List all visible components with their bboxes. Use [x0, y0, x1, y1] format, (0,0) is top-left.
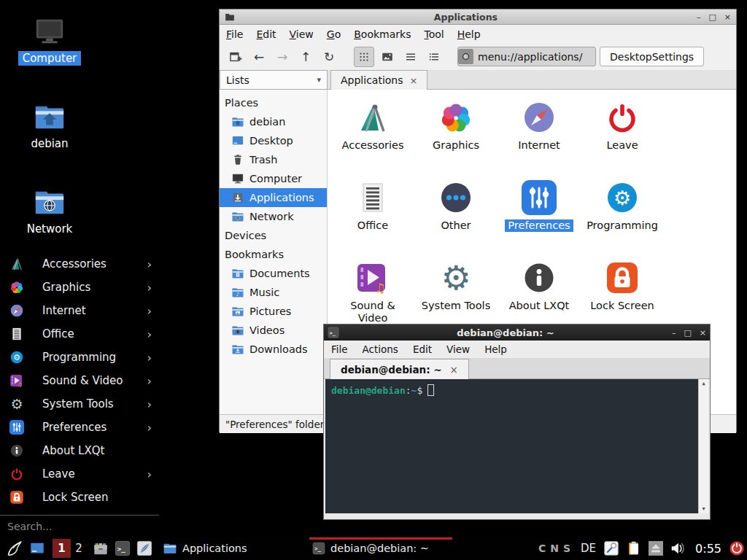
power-icon — [605, 100, 640, 135]
office-icon — [9, 327, 24, 341]
start-menu-item-preferences[interactable]: Preferences › — [0, 416, 159, 439]
menu-help[interactable]: Help — [477, 342, 514, 357]
menu-edit[interactable]: Edit — [406, 342, 439, 357]
text-editor-launcher[interactable] — [136, 540, 152, 556]
clock[interactable]: 0:55 — [695, 542, 721, 556]
show-desktop-button[interactable] — [29, 540, 45, 556]
task-terminal[interactable]: debian@debian: ~ — [309, 537, 455, 560]
category-leave[interactable]: Leave — [581, 100, 664, 180]
maximize-button[interactable]: □ — [684, 329, 691, 337]
sidebar-item-trash[interactable]: Trash — [220, 150, 327, 169]
menu-view[interactable]: View — [439, 342, 477, 357]
terminal-titlebar[interactable]: debian@debian: ~ – □ × — [324, 324, 710, 341]
file-manager-launcher[interactable] — [93, 540, 109, 556]
sidebar-item-applications[interactable]: Applications — [220, 188, 327, 207]
system-tools-icon — [9, 397, 24, 411]
close-button[interactable]: × — [700, 329, 706, 337]
category-other[interactable]: Other — [414, 180, 498, 260]
sidebar-item-debian[interactable]: debian — [220, 112, 327, 131]
tab-close-icon[interactable]: × — [450, 364, 458, 376]
category-graphics[interactable]: Graphics — [414, 100, 498, 180]
sidebar-item-pictures[interactable]: Pictures — [220, 302, 327, 321]
main-menu-button[interactable] — [6, 540, 23, 557]
minimize-button[interactable]: – — [697, 13, 701, 21]
compact-view-button[interactable] — [400, 47, 421, 67]
sidebar-item-network[interactable]: Network — [220, 207, 327, 226]
graphics-icon — [9, 280, 24, 295]
desktop-icon-network[interactable]: Network — [15, 185, 85, 236]
scroll-up-icon[interactable]: ▲ — [702, 381, 705, 386]
reload-button[interactable]: ↻ — [319, 47, 339, 67]
start-menu-item-leave[interactable]: Leave › — [0, 462, 159, 486]
clipboard-icon[interactable] — [626, 540, 642, 556]
menu-view[interactable]: View — [283, 27, 320, 42]
tab-applications[interactable]: Applications × — [330, 70, 427, 90]
sidebar-item-documents[interactable]: Documents — [220, 264, 327, 283]
capslock-indicator: C — [538, 542, 546, 554]
category-programming[interactable]: Programming — [581, 180, 664, 260]
desktop-settings-button[interactable]: DesktopSettings — [600, 47, 704, 66]
forward-button[interactable]: → — [272, 47, 293, 67]
desktop-icon-debian[interactable]: debian — [15, 100, 85, 151]
menu-edit[interactable]: Edit — [249, 27, 282, 42]
menu-help[interactable]: Help — [451, 27, 487, 42]
keyboard-layout-indicator[interactable]: DE — [581, 542, 596, 555]
tab-close-icon[interactable]: × — [410, 75, 418, 86]
menu-tool[interactable]: Tool — [417, 27, 450, 42]
terminal-launcher[interactable] — [115, 540, 131, 556]
screenshot-tool-icon[interactable] — [603, 540, 619, 556]
terminal-tab[interactable]: debian@debian: ~ × — [330, 359, 469, 379]
start-menu-item-about-lxqt[interactable]: About LXQt — [0, 439, 159, 462]
file-manager-titlebar[interactable]: Applications – □ × — [220, 9, 736, 25]
workspace-2-button[interactable]: 2 — [71, 542, 87, 555]
menu-bookmarks[interactable]: Bookmarks — [347, 27, 417, 42]
up-button[interactable]: ↑ — [295, 47, 316, 67]
terminal-scrollbar[interactable]: ▲▼ — [698, 379, 708, 513]
maximize-button[interactable]: □ — [708, 13, 716, 21]
power-button[interactable] — [729, 540, 745, 556]
sidebar-item-music[interactable]: Music — [220, 283, 327, 302]
start-menu-item-accessories[interactable]: Accessories › — [0, 252, 159, 276]
detailed-view-button[interactable] — [424, 47, 444, 67]
sidebar-item-downloads[interactable]: Downloads — [220, 340, 327, 359]
category-accessories[interactable]: Accessories — [331, 100, 414, 180]
file-manager-menubar: File Edit View Go Bookmarks Tool Help — [220, 25, 736, 43]
category-office[interactable]: Office — [331, 180, 414, 260]
category-internet[interactable]: Internet — [498, 100, 581, 180]
new-tab-button[interactable] — [225, 47, 246, 67]
menu-file[interactable]: File — [220, 27, 249, 42]
minimize-button[interactable]: – — [672, 329, 676, 337]
menu-item-label: Sound & Video — [42, 374, 147, 387]
back-button[interactable]: ← — [249, 47, 269, 67]
close-button[interactable]: × — [724, 13, 731, 21]
volume-icon[interactable] — [670, 540, 686, 556]
thumbnail-view-button[interactable] — [377, 47, 398, 67]
sidebar-mode-combobox[interactable]: Lists ▾ — [220, 70, 328, 90]
start-menu-search-input[interactable]: Search... — [0, 515, 159, 537]
desktop-icon-computer[interactable]: Computer — [15, 15, 85, 66]
start-menu-item-system-tools[interactable]: System Tools › — [0, 392, 159, 416]
scroll-down-icon[interactable]: ▼ — [702, 506, 705, 512]
terminal-screen[interactable]: debian@debian:~$ ▲▼ — [325, 379, 708, 513]
address-bar[interactable]: menu://applications/ — [457, 47, 596, 66]
menu-file[interactable]: File — [324, 342, 355, 357]
category-preferences[interactable]: Preferences — [498, 180, 581, 260]
pictures-folder-icon — [231, 305, 244, 318]
icon-view-button[interactable] — [354, 47, 374, 67]
start-menu-item-lock-screen[interactable]: Lock Screen — [0, 486, 159, 509]
sidebar-item-videos[interactable]: Videos — [220, 321, 327, 340]
start-menu-item-internet[interactable]: Internet › — [0, 299, 159, 322]
start-menu-item-programming[interactable]: Programming › — [0, 346, 159, 369]
menu-go[interactable]: Go — [320, 27, 347, 42]
start-menu-item-office[interactable]: Office › — [0, 322, 159, 346]
info-icon — [522, 260, 557, 295]
eject-icon[interactable] — [649, 541, 663, 556]
sidebar-item-computer[interactable]: Computer — [220, 169, 327, 188]
menu-actions[interactable]: Actions — [355, 342, 406, 357]
start-menu-item-sound-video[interactable]: Sound & Video › — [0, 369, 159, 392]
workspace-1-button[interactable]: 1 — [53, 539, 71, 558]
sidebar-item-desktop[interactable]: Desktop — [220, 131, 327, 150]
address-text: menu://applications/ — [473, 51, 582, 63]
task-applications[interactable]: Applications — [160, 537, 306, 560]
start-menu-item-graphics[interactable]: Graphics › — [0, 276, 159, 299]
